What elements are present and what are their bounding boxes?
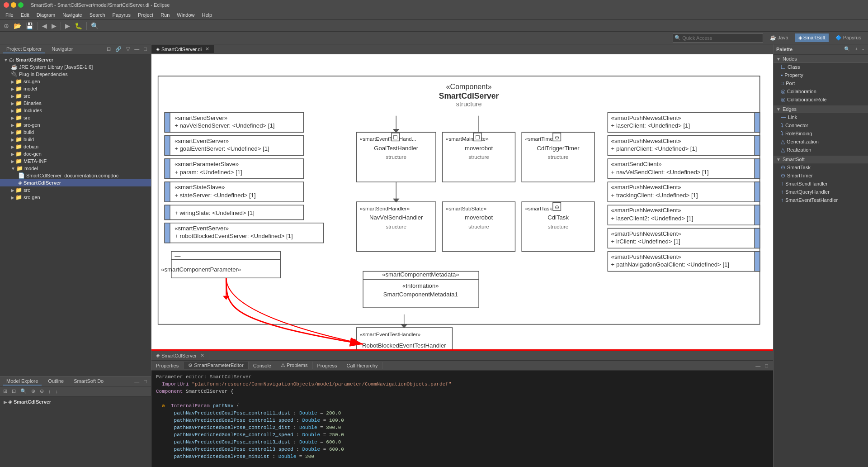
tree-arrow[interactable]: ▶ — [11, 137, 14, 142]
tree-item[interactable]: ▶ 📁 src — [0, 186, 151, 194]
palette-search[interactable]: 🔍 — [843, 46, 852, 52]
toolbar-open[interactable]: 📂 — [12, 21, 23, 30]
tab-properties[interactable]: Properties — [151, 362, 184, 369]
tree-item-smartcdlserver[interactable]: ◈ SmartCdlServer — [0, 179, 151, 186]
model-tree-item[interactable]: ▶ ◈ SmartCdlServer — [0, 398, 151, 405]
palette-item-smarttask[interactable]: ⊙ SmartTask — [774, 163, 868, 172]
quick-access-input[interactable] — [673, 33, 763, 43]
tab-smartsoft-do[interactable]: SmartSoft Do — [70, 377, 107, 386]
tree-item[interactable]: ▶ 📁 src — [0, 92, 151, 100]
tree-item[interactable]: ▶ 📁 doc-gen — [0, 150, 151, 157]
model-tool-7[interactable]: ↓ — [54, 388, 60, 395]
tree-arrow[interactable]: ▶ — [11, 101, 14, 106]
palette-zoom-in[interactable]: + — [854, 46, 859, 52]
menu-navigate[interactable]: Navigate — [59, 11, 85, 19]
toolbar-run[interactable]: ▶ — [63, 21, 72, 30]
tree-item[interactable]: ▶ 📁 model — [0, 85, 151, 92]
palette-item-smarttimer[interactable]: ⊙ SmartTimer — [774, 172, 868, 180]
tree-arrow[interactable]: ▶ — [11, 108, 14, 113]
palette-nodes-header[interactable]: ▼ Nodes — [774, 55, 868, 63]
bottom-panel-maximize[interactable]: □ — [764, 362, 769, 369]
palette-item-smarteventtesthandler[interactable]: ↑ SmartEventTestHandler — [774, 196, 868, 204]
menu-help[interactable]: Help — [198, 11, 216, 19]
tab-call-hierarchy[interactable]: Call Hierarchy — [342, 362, 383, 369]
tree-arrow[interactable]: ▶ — [11, 123, 14, 128]
tab-console[interactable]: Console — [249, 362, 276, 369]
tree-item[interactable]: ▶ 📁 Binaries — [0, 100, 151, 107]
palette-item-generalization[interactable]: △ Generalization — [774, 138, 868, 146]
bottom-panel-minimize[interactable]: — — [754, 362, 762, 369]
close-btn[interactable] — [4, 2, 9, 8]
tree-arrow[interactable]: ▶ — [4, 400, 7, 405]
minimize-btn[interactable] — [11, 2, 16, 8]
model-tool-6[interactable]: ↑ — [47, 388, 52, 395]
tree-arrow[interactable]: ▼ — [4, 57, 8, 62]
diagram-tab-smartcdlserver[interactable]: ◈ SmartCdlServer.di ✕ — [151, 45, 214, 53]
perspective-java[interactable]: ☕ Java — [767, 33, 791, 42]
tree-arrow[interactable]: ▶ — [11, 159, 14, 164]
palette-item-collaboration[interactable]: ◎ Collaboration — [774, 87, 868, 95]
palette-item-role-binding[interactable]: ⤵ RoleBinding — [774, 129, 868, 138]
menu-edit[interactable]: Edit — [17, 11, 33, 19]
palette-item-collaboration-role[interactable]: ◎ CollaborationRole — [774, 95, 868, 104]
tab-smart-parameter-editor[interactable]: ⚙ SmartParameterEditor — [184, 362, 248, 369]
palette-zoom-out[interactable]: - — [861, 46, 865, 52]
toolbar-new[interactable]: ⊕ — [2, 21, 11, 30]
tree-arrow[interactable]: ▶ — [11, 144, 14, 149]
tree-item[interactable]: ☕ JRE System Library [JavaSE-1.6] — [0, 63, 151, 71]
menu-search[interactable]: Search — [86, 11, 109, 19]
tree-item[interactable]: ▶ 📁 Includes — [0, 107, 151, 114]
tree-arrow[interactable]: ▶ — [11, 86, 14, 91]
maximize-view-btn[interactable]: □ — [142, 46, 148, 52]
tree-item[interactable]: ▶ 📁 src-gen — [0, 78, 151, 85]
tab-project-explorer[interactable]: Project Explorer — [3, 45, 45, 53]
model-tool-3[interactable]: 🔍 — [19, 388, 28, 395]
view-menu-btn[interactable]: ▽ — [125, 46, 131, 52]
tree-arrow[interactable]: ▶ — [11, 130, 14, 135]
palette-item-connector[interactable]: ⤵ Connector — [774, 121, 868, 129]
tree-arrow[interactable]: ▶ — [11, 94, 14, 99]
tab-outline[interactable]: Outline — [44, 377, 67, 386]
menu-project[interactable]: Project — [134, 11, 157, 19]
tree-arrow[interactable]: ▶ — [11, 79, 14, 84]
palette-item-realization[interactable]: △ Realization — [774, 146, 868, 154]
toolbar-save[interactable]: 💾 — [24, 21, 35, 30]
tree-item[interactable]: ▶ 📁 src — [0, 114, 151, 121]
model-maximize-btn[interactable]: □ — [142, 378, 148, 385]
diagram-tab-secondary[interactable]: ◈ SmartCdlServer ✕ — [151, 352, 209, 359]
palette-item-property[interactable]: ▪ Property — [774, 71, 868, 79]
palette-item-class[interactable]: ☐ Class — [774, 63, 868, 71]
tree-arrow[interactable]: ▶ — [11, 115, 14, 120]
menu-file[interactable]: File — [2, 11, 17, 19]
model-minimize-btn[interactable]: — — [133, 378, 141, 385]
tree-item[interactable]: ▶ 📁 debian — [0, 143, 151, 150]
toolbar-debug[interactable]: 🐛 — [73, 21, 84, 30]
perspective-smartsoft[interactable]: ◈ SmartSoft — [795, 33, 829, 42]
tree-item[interactable]: 🔌 Plug-in Dependencies — [0, 71, 151, 78]
collapse-all-btn[interactable]: ⊟ — [105, 46, 112, 52]
tree-item[interactable]: ▶ 📁 build — [0, 129, 151, 136]
model-tool-1[interactable]: ⊞ — [2, 388, 9, 395]
tree-item[interactable]: 📄 SmartCdlServer_documentation.compdoc — [0, 172, 151, 179]
tree-arrow[interactable]: ▶ — [11, 188, 14, 193]
palette-item-smartsendhandler[interactable]: ↑ SmartSendHandler — [774, 180, 868, 188]
tree-item[interactable]: ▶ 📁 src-gen — [0, 194, 151, 201]
minimize-view-btn[interactable]: — — [133, 46, 141, 52]
toolbar-forward[interactable]: ▶ — [50, 21, 58, 30]
toolbar-back[interactable]: ◀ — [40, 21, 49, 30]
tree-item[interactable]: ▶ 📁 META-INF — [0, 157, 151, 165]
model-tool-2[interactable]: ⊡ — [10, 388, 17, 395]
tree-arrow[interactable]: ▶ — [11, 152, 14, 157]
tree-arrow[interactable]: ▼ — [11, 166, 15, 171]
tree-arrow[interactable]: ▶ — [11, 195, 14, 200]
tree-item[interactable]: ▶ 📁 build — [0, 136, 151, 143]
tab-model-explore[interactable]: Model Explore — [3, 377, 42, 386]
maximize-btn[interactable] — [18, 2, 24, 8]
menu-window[interactable]: Window — [173, 11, 198, 19]
tab-navigator[interactable]: Navigator — [48, 45, 76, 53]
perspective-papyrus[interactable]: 🔷 Papyrus — [832, 33, 864, 42]
model-tool-5[interactable]: ⊖ — [38, 388, 45, 395]
diagram-canvas[interactable]: «Component» SmartCdlServer structure «sm… — [151, 54, 773, 349]
model-tool-4[interactable]: ⊕ — [30, 388, 37, 395]
toolbar-search[interactable]: 🔍 — [89, 21, 100, 30]
